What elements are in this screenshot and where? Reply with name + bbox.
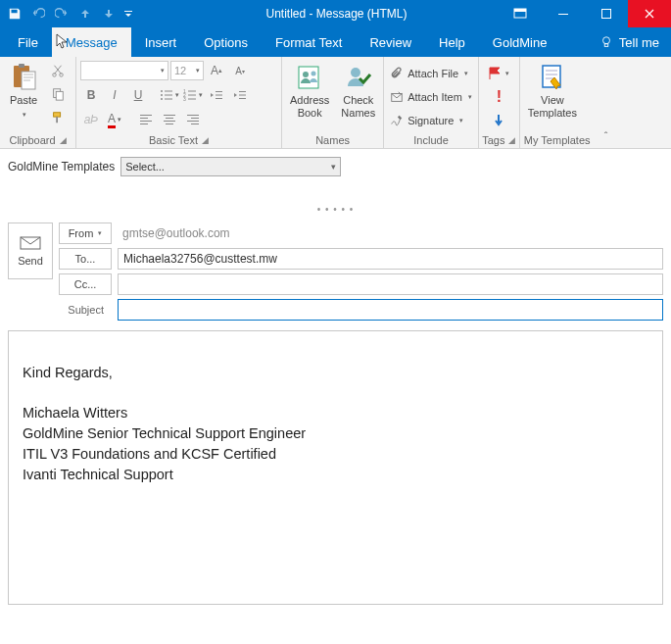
numbering-icon[interactable]: 123▾ bbox=[182, 84, 204, 106]
send-label: Send bbox=[18, 255, 43, 267]
close-button[interactable] bbox=[628, 0, 671, 27]
signature-icon bbox=[390, 114, 404, 127]
check-names-button[interactable]: Check Names bbox=[337, 60, 379, 121]
tab-format-text[interactable]: Format Text bbox=[262, 27, 356, 57]
shrink-font-icon[interactable]: A▾ bbox=[229, 60, 251, 81]
window-title: Untitled - Message (HTML) bbox=[135, 7, 499, 21]
svg-rect-18 bbox=[165, 95, 172, 96]
paste-button[interactable]: Paste▾ bbox=[4, 60, 43, 121]
subject-label: Subject bbox=[8, 304, 112, 316]
follow-up-flag-icon[interactable]: ▾ bbox=[488, 63, 509, 84]
tab-goldmine[interactable]: GoldMine bbox=[479, 27, 561, 57]
cc-button[interactable]: Cc... bbox=[59, 273, 112, 295]
launcher-icon[interactable]: ◢ bbox=[202, 135, 209, 145]
templates-icon bbox=[537, 62, 568, 93]
align-left-icon[interactable] bbox=[135, 109, 157, 130]
decrease-indent-icon[interactable] bbox=[206, 84, 227, 106]
customize-qat-icon[interactable] bbox=[121, 3, 135, 25]
svg-text:3: 3 bbox=[183, 96, 186, 101]
svg-rect-13 bbox=[54, 113, 61, 117]
ribbon-display-icon[interactable] bbox=[499, 0, 542, 27]
font-color-icon[interactable]: A▾ bbox=[104, 109, 125, 130]
svg-rect-14 bbox=[56, 117, 58, 123]
launcher-icon[interactable]: ◢ bbox=[60, 135, 67, 145]
svg-rect-24 bbox=[188, 95, 196, 96]
bold-button[interactable]: B bbox=[80, 84, 102, 106]
svg-rect-2 bbox=[558, 14, 568, 15]
send-button[interactable]: Send bbox=[8, 223, 53, 279]
tab-message[interactable]: Message bbox=[52, 27, 131, 57]
gm-templates-select[interactable]: Select...▾ bbox=[120, 157, 341, 176]
tell-me[interactable]: Tell me bbox=[619, 35, 659, 50]
svg-rect-37 bbox=[164, 115, 175, 116]
clear-formatting-icon[interactable]: aÞ bbox=[80, 109, 102, 130]
undo-icon[interactable] bbox=[27, 3, 49, 25]
tab-options[interactable]: Options bbox=[190, 27, 262, 57]
tab-review[interactable]: Review bbox=[356, 27, 425, 57]
to-field[interactable] bbox=[118, 248, 663, 270]
save-icon[interactable] bbox=[4, 3, 25, 25]
group-names: Address Book Check Names Names bbox=[282, 57, 384, 148]
minimize-button[interactable] bbox=[542, 0, 585, 27]
previous-icon[interactable] bbox=[74, 3, 96, 25]
gm-templates-label: GoldMine Templates bbox=[8, 160, 115, 173]
increase-indent-icon[interactable] bbox=[229, 84, 251, 106]
launcher-icon[interactable]: ◢ bbox=[508, 135, 515, 145]
next-icon[interactable] bbox=[98, 3, 120, 25]
italic-button[interactable]: I bbox=[104, 84, 125, 106]
from-value: gmtse@outlook.com bbox=[118, 226, 230, 240]
svg-rect-32 bbox=[239, 98, 246, 99]
group-basic-text: ▾ 12▾ A▴ A▾ B I U ▾ 123▾ aÞ A▾ bbox=[76, 57, 282, 148]
high-importance-icon[interactable]: ! bbox=[488, 86, 509, 108]
svg-rect-22 bbox=[188, 91, 196, 92]
copy-icon[interactable] bbox=[47, 83, 69, 105]
quick-access-toolbar bbox=[0, 3, 135, 25]
address-book-button[interactable]: Address Book bbox=[286, 60, 333, 121]
align-right-icon[interactable] bbox=[182, 109, 204, 130]
tab-help[interactable]: Help bbox=[425, 27, 479, 57]
subject-field[interactable] bbox=[118, 299, 663, 321]
maximize-button[interactable] bbox=[585, 0, 628, 27]
svg-rect-28 bbox=[216, 95, 222, 96]
svg-rect-41 bbox=[187, 115, 199, 116]
group-tags-title: Tags bbox=[482, 134, 504, 146]
svg-point-4 bbox=[602, 37, 609, 44]
svg-rect-44 bbox=[191, 124, 199, 124]
format-painter-icon[interactable] bbox=[47, 107, 69, 128]
underline-button[interactable]: U bbox=[127, 84, 149, 106]
attach-item-button[interactable]: Attach Item▾ bbox=[388, 86, 474, 108]
from-button[interactable]: From ▾ bbox=[59, 223, 112, 244]
cc-field[interactable] bbox=[118, 273, 663, 295]
address-book-icon bbox=[294, 62, 325, 93]
goldmine-templates-bar: GoldMine Templates Select...▾ bbox=[0, 149, 671, 184]
font-size-selector[interactable]: 12▾ bbox=[170, 61, 204, 80]
tab-insert[interactable]: Insert bbox=[131, 27, 191, 57]
grow-font-icon[interactable]: A▴ bbox=[206, 60, 227, 81]
paste-label: Paste bbox=[10, 94, 37, 106]
cut-icon[interactable] bbox=[47, 60, 69, 81]
svg-rect-29 bbox=[216, 98, 222, 99]
group-include: Attach File▾ Attach Item▾ Signature▾ Inc… bbox=[384, 57, 479, 148]
svg-rect-33 bbox=[140, 115, 152, 116]
signature-button[interactable]: Signature▾ bbox=[388, 110, 465, 131]
font-name-selector[interactable]: ▾ bbox=[80, 61, 168, 80]
redo-icon[interactable] bbox=[51, 3, 72, 25]
attach-file-button[interactable]: Attach File▾ bbox=[388, 63, 470, 84]
align-center-icon[interactable] bbox=[159, 109, 180, 130]
low-importance-icon[interactable] bbox=[488, 110, 509, 131]
svg-point-15 bbox=[161, 90, 163, 92]
group-names-title: Names bbox=[315, 134, 350, 146]
body-line: Kind Regards, bbox=[23, 363, 648, 383]
address-book-label: Address Book bbox=[290, 94, 329, 119]
svg-rect-45 bbox=[299, 67, 318, 88]
view-templates-button[interactable]: View Templates bbox=[524, 60, 581, 121]
collapse-ribbon-icon[interactable]: ˆ bbox=[595, 57, 618, 148]
to-button[interactable]: To... bbox=[59, 248, 112, 270]
message-body[interactable]: Kind Regards, Michaela Witters GoldMine … bbox=[8, 330, 663, 605]
bullets-icon[interactable]: ▾ bbox=[159, 84, 180, 106]
svg-point-48 bbox=[351, 68, 360, 77]
svg-rect-34 bbox=[140, 118, 148, 119]
tab-file[interactable]: File bbox=[4, 27, 52, 57]
svg-rect-20 bbox=[165, 99, 172, 100]
svg-rect-31 bbox=[239, 95, 246, 96]
